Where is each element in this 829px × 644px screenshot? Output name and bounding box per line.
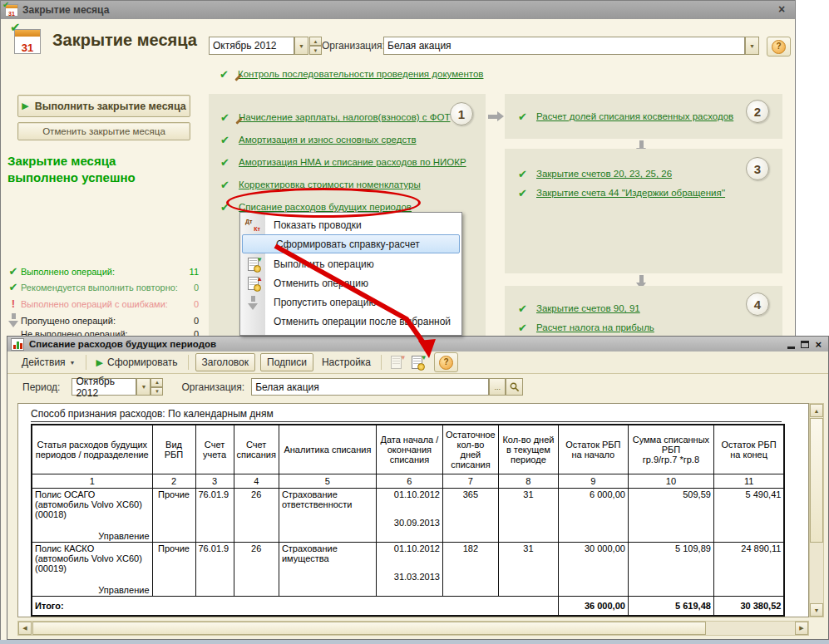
- menu-item-cancel-after-selected[interactable]: Отменить операции после выбранной: [240, 312, 461, 331]
- help-icon: ?: [439, 356, 453, 370]
- totals-row: Итого: 36 000,00 5 619,48 30 380,52: [32, 597, 784, 617]
- organization-field[interactable]: Белая акация: [383, 37, 745, 55]
- indirect-costs-link[interactable]: Расчет долей списания косвенных расходов: [536, 111, 733, 121]
- scroll-up-icon[interactable]: ▲: [810, 404, 823, 417]
- window-bottom-edge: [0, 640, 829, 644]
- period-value: Октябрь 2012: [213, 40, 277, 52]
- check-icon: ✔: [518, 188, 536, 199]
- check-icon: ✔: [518, 322, 536, 333]
- check-icon: ✔: [518, 303, 536, 314]
- table-header-row: Статья расходов будущих периодов / подра…: [32, 425, 784, 474]
- col-days-period: Кол-во дней в текущем периоде: [498, 425, 558, 474]
- context-menu: ДтКт Показать проводки Сформировать спра…: [239, 212, 462, 336]
- settings-button[interactable]: Настройка: [316, 354, 377, 371]
- calendar-icon: 31✔: [5, 4, 18, 17]
- close-icon[interactable]: ×: [775, 2, 788, 16]
- search-icon[interactable]: [506, 378, 523, 396]
- period-label: Период:: [22, 381, 60, 393]
- run-closing-button[interactable]: ▶ Выполнить закрытие месяца: [17, 95, 190, 117]
- report-chart-icon: [11, 338, 24, 351]
- report-table: Статья расходов будущих периодов / подра…: [31, 424, 785, 617]
- menu-item-skip-operation[interactable]: Пропустить операцию: [240, 293, 461, 312]
- cancel-closing-button[interactable]: Отменить закрытие месяца: [17, 122, 190, 140]
- table-row: Полис ОСАГО (автомобиль Volvo XC60) (000…: [32, 489, 784, 543]
- play-icon: ▶: [96, 357, 103, 368]
- col-kind: Вид РБП: [152, 425, 195, 474]
- skip-arrow-icon: [6, 313, 21, 327]
- minimize-icon[interactable]: [787, 347, 795, 349]
- spin-up-icon[interactable]: ▲: [309, 37, 322, 46]
- report-filters: Период: Октябрь 2012 ▼ ▲▼ Организация: Б…: [7, 374, 828, 400]
- report-period-field[interactable]: Октябрь 2012: [72, 378, 136, 396]
- period-spinner[interactable]: ▲▼: [151, 378, 163, 396]
- run-closing-label: Выполнить закрытие месяца: [35, 101, 186, 112]
- run-operation-icon: ▾: [240, 258, 265, 271]
- step2-badge: 2: [746, 100, 769, 123]
- inventory-cost-link[interactable]: Корректировка стоимости номенклатуры: [239, 179, 421, 189]
- debit-credit-icon: ДтКт: [240, 219, 265, 232]
- col-closing: Остаток РБП на конец: [713, 425, 784, 474]
- income-tax-link[interactable]: Расчет налога на прибыль: [536, 322, 654, 332]
- vertical-scrollbar[interactable]: ▲ ▼: [809, 403, 824, 617]
- report-action-icon-disabled: ▾: [391, 356, 402, 369]
- deferred-expenses-link[interactable]: Списание расходов будущих периодов: [239, 202, 412, 212]
- spin-down-icon[interactable]: ▼: [151, 387, 163, 396]
- help-button[interactable]: ?: [767, 37, 791, 57]
- period-spinner[interactable]: ▲▼: [309, 37, 322, 55]
- control-sequence-link[interactable]: Контроль последовательности проведения д…: [238, 69, 483, 79]
- step3-panel: 3 ✔ Закрытие счетов 20, 23, 25, 26 ✔ Зак…: [505, 149, 782, 273]
- help-button[interactable]: ?: [434, 352, 458, 372]
- flow-arrow-right-icon: [488, 111, 504, 122]
- menu-item-show-postings[interactable]: ДтКт Показать проводки: [240, 215, 461, 234]
- depreciation-link[interactable]: Амортизация и износ основных средств: [239, 135, 417, 145]
- help-icon: ?: [772, 40, 786, 54]
- report-organization-field[interactable]: Белая акация: [251, 378, 489, 396]
- close-icon[interactable]: ×: [815, 339, 822, 350]
- check-icon: ✔: [518, 111, 536, 122]
- exclamation-icon: !: [6, 297, 21, 310]
- horizontal-scroll-thumb[interactable]: [32, 622, 706, 635]
- col-article: Статья расходов будущих периодов / подра…: [32, 425, 152, 474]
- close-accounts-90-91-link[interactable]: Закрытие счетов 90, 91: [536, 303, 640, 313]
- col-analytics: Аналитика списания: [279, 425, 376, 474]
- menu-item-cancel-operation[interactable]: ▴ Отменить операцию: [240, 273, 461, 293]
- col-dates: Дата начала / окончания списания: [376, 425, 442, 474]
- step3-badge: 3: [746, 157, 769, 180]
- col-written: Сумма списанных РБПгр.9/гр.7 *гр.8: [628, 425, 713, 474]
- check-icon: ✔: [220, 157, 239, 168]
- close-accounts-20-link[interactable]: Закрытие счетов 20, 23, 25, 26: [536, 169, 672, 179]
- organization-dropdown-icon[interactable]: ▼: [745, 37, 759, 55]
- skip-arrow-icon: [240, 296, 265, 308]
- double-check-icon: ✔: [220, 69, 238, 80]
- vertical-scroll-thumb[interactable]: [810, 418, 823, 543]
- period-dropdown-icon[interactable]: ▼: [294, 37, 308, 55]
- payroll-link[interactable]: Начисление зарплаты, налогов(взносов) с …: [239, 112, 450, 122]
- header-toggle-button[interactable]: Заголовок: [195, 353, 255, 371]
- check-icon: ✔: [6, 266, 21, 277]
- period-dropdown-icon[interactable]: ▼: [136, 378, 151, 396]
- spin-down-icon[interactable]: ▼: [309, 46, 322, 55]
- success-message: Закрытие месяца выполнено успешно: [7, 153, 136, 186]
- page-title: Закрытие месяца: [52, 31, 197, 50]
- scroll-right-icon[interactable]: ▶: [795, 622, 808, 635]
- spin-up-icon[interactable]: ▲: [151, 378, 163, 387]
- close-account-44-link[interactable]: Закрытие счета 44 ''Издержки обращения'': [536, 188, 725, 198]
- scroll-left-icon[interactable]: ◀: [18, 622, 32, 635]
- signatures-toggle-button[interactable]: Подписи: [260, 353, 313, 371]
- col-opening: Остаток РБП на начало: [558, 425, 628, 474]
- report-action-icon[interactable]: ▾: [412, 356, 422, 369]
- scroll-down-icon[interactable]: ▼: [810, 603, 823, 617]
- check-icon: ✔: [220, 202, 239, 213]
- step2-panel: 2 ✔ Расчет долей списания косвенных расх…: [505, 94, 782, 139]
- generate-button[interactable]: ▶ Сформировать: [91, 354, 184, 371]
- period-field[interactable]: Октябрь 2012: [209, 37, 294, 55]
- horizontal-scrollbar[interactable]: ◀ ▶: [17, 621, 809, 636]
- intangibles-link[interactable]: Амортизация НМА и списание расходов по Н…: [239, 157, 466, 167]
- choose-button[interactable]: ...: [489, 378, 506, 396]
- menu-item-run-operation[interactable]: ▾ Выполнить операцию: [240, 254, 461, 273]
- actions-button[interactable]: Действия ▼: [16, 354, 81, 371]
- month-closing-titlebar: 31✔ Закрытие месяца ×: [1, 1, 795, 19]
- deferred-expenses-report-window: Списание расходов будущих периодов × Дей…: [7, 336, 829, 640]
- menu-item-generate-calculation[interactable]: Сформировать справку-расчет: [242, 234, 460, 253]
- maximize-icon[interactable]: [801, 341, 809, 348]
